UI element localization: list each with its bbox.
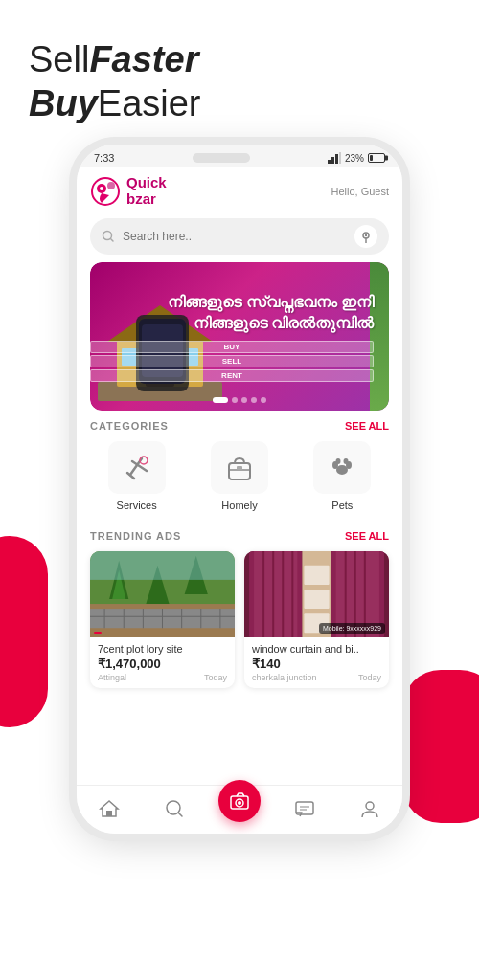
battery-percent: 23% <box>345 153 364 164</box>
ad-card-1[interactable]: 7cent plot lory site ₹1,470,000 Attingal… <box>90 551 235 688</box>
profile-icon <box>359 798 380 819</box>
message-icon <box>294 798 315 819</box>
ad-image-plot <box>90 551 235 637</box>
nav-search[interactable] <box>142 798 207 819</box>
location-button[interactable] <box>354 225 377 248</box>
search-nav-icon <box>164 798 185 819</box>
nav-profile[interactable] <box>337 798 402 819</box>
ad-location-1: Attingal <box>98 673 126 682</box>
services-label: Services <box>117 500 157 511</box>
dot-5[interactable] <box>261 397 266 403</box>
ad-card-2[interactable]: Mobile: 9xxxxxx929 window curtain and bi… <box>244 551 389 688</box>
logo[interactable]: Quick bzar <box>90 175 167 207</box>
ad-info-2: window curtain and bi.. ₹140 cherkala ju… <box>244 637 389 688</box>
sold-badge <box>94 632 102 634</box>
dot-3[interactable] <box>241 397 247 403</box>
hero-easier: Easier <box>98 83 201 123</box>
categories-see-all[interactable]: SEE ALL <box>345 420 389 432</box>
svg-rect-1 <box>331 157 334 164</box>
services-icon-box <box>108 441 166 494</box>
nav-home[interactable] <box>77 798 142 819</box>
ad-location-row-2: cherkala junction Today <box>252 673 381 682</box>
status-bar: 7:33 23% <box>77 145 402 167</box>
wrench-icon <box>123 454 151 482</box>
trending-title: TRENDING ADS <box>90 530 181 542</box>
trending-header: TRENDING ADS SEE ALL <box>77 521 402 547</box>
ad-time-1: Today <box>204 673 227 682</box>
banner-malayalam-text: നിങ്ങളുടെ സ്വപ്നഭവനം ഇനി നിങ്ങളുടെ വിരൽത… <box>90 292 374 335</box>
logo-icon <box>90 176 121 207</box>
app-header: Quick bzar Hello, Guest <box>77 167 402 214</box>
svg-point-30 <box>336 458 341 464</box>
svg-point-7 <box>107 182 115 189</box>
search-icon <box>102 230 115 243</box>
pets-icon-box <box>313 441 371 494</box>
ad-location-row-1: Attingal Today <box>98 673 227 682</box>
dot-2[interactable] <box>232 397 238 403</box>
hero-line1: SellFaster <box>29 38 450 82</box>
home-icon <box>99 798 120 819</box>
svg-point-69 <box>238 801 241 805</box>
ad-info-1: 7cent plot lory site ₹1,470,000 Attingal… <box>90 637 235 688</box>
bag-icon <box>225 454 254 482</box>
hero-line2: BuyEasier <box>29 82 450 126</box>
logo-text: Quick bzar <box>126 175 167 207</box>
camera-icon <box>229 791 250 812</box>
svg-rect-3 <box>339 152 341 164</box>
svg-point-31 <box>344 458 349 464</box>
search-bar[interactable] <box>90 218 389 255</box>
svg-rect-2 <box>335 154 338 164</box>
category-pets[interactable]: Pets <box>296 441 389 511</box>
svg-rect-47 <box>90 551 235 580</box>
dot-4[interactable] <box>251 397 257 403</box>
time: 7:33 <box>94 152 114 164</box>
banner-dots <box>213 397 266 403</box>
svg-rect-62 <box>304 590 329 609</box>
sell-tag: SELL <box>90 355 374 368</box>
ad-image-curtain: Mobile: 9xxxxxx929 <box>244 551 389 637</box>
ad-title-1: 7cent plot lory site <box>98 643 227 655</box>
svg-point-66 <box>167 801 180 814</box>
hero-section: SellFaster BuyEasier <box>0 0 479 145</box>
camera-button[interactable] <box>218 780 261 822</box>
svg-rect-0 <box>328 160 331 164</box>
categories-row: Services Homely <box>77 437 402 521</box>
homely-icon-box <box>211 441 268 494</box>
svg-rect-24 <box>229 463 250 479</box>
dot-1[interactable] <box>213 397 228 403</box>
hero-faster: Faster <box>89 39 198 79</box>
svg-rect-26 <box>237 466 242 470</box>
ad-price-2: ₹140 <box>252 657 381 671</box>
svg-rect-50 <box>254 551 297 637</box>
buy-tag: BUY <box>90 341 374 353</box>
svg-rect-65 <box>106 811 112 816</box>
battery-icon <box>368 153 385 163</box>
svg-rect-61 <box>304 566 329 585</box>
trending-ads-row: 7cent plot lory site ₹1,470,000 Attingal… <box>77 547 402 694</box>
svg-point-6 <box>100 187 103 190</box>
category-services[interactable]: Services <box>90 441 183 511</box>
svg-point-73 <box>366 802 374 810</box>
ad-location-2: cherkala junction <box>252 673 317 682</box>
category-homely[interactable]: Homely <box>193 441 285 511</box>
hero-buy: Buy <box>29 83 98 123</box>
ad-time-2: Today <box>358 673 381 682</box>
svg-point-10 <box>365 234 367 236</box>
pets-label: Pets <box>331 500 353 511</box>
paw-icon <box>328 454 356 482</box>
location-icon <box>359 230 373 243</box>
search-input[interactable] <box>123 230 347 243</box>
svg-point-27 <box>336 465 348 475</box>
banner-tags: BUY SELL RENT <box>90 341 374 382</box>
bottom-nav <box>77 785 402 834</box>
nav-messages[interactable] <box>272 798 337 819</box>
nav-camera[interactable] <box>207 795 272 822</box>
phone-wrapper: 7:33 23% <box>0 145 479 834</box>
banner-carousel[interactable]: നിങ്ങളുടെ സ്വപ്നഭവനം ഇനി നിങ്ങളുടെ വിരൽത… <box>90 262 389 411</box>
status-icons: 23% <box>328 152 385 164</box>
hero-sell: Sell <box>29 39 89 79</box>
ad-title-2: window curtain and bi.. <box>252 643 381 655</box>
greeting: Hello, Guest <box>331 186 389 197</box>
phone-mockup: 7:33 23% <box>77 145 402 834</box>
trending-see-all[interactable]: SEE ALL <box>345 530 389 542</box>
